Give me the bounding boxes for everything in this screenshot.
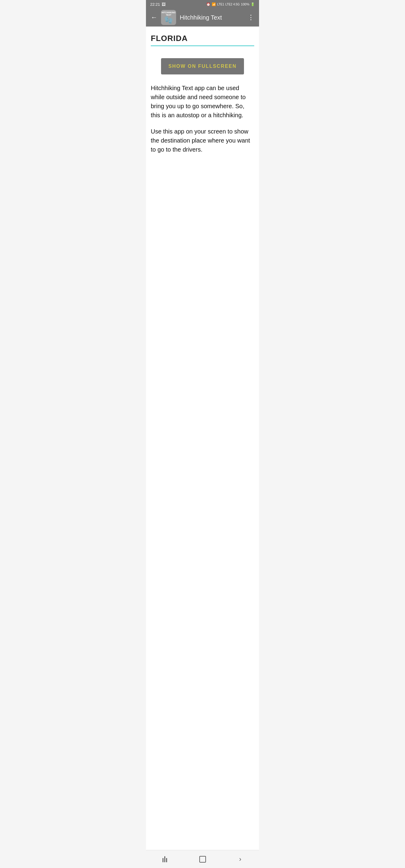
main-content: SHOW ON FULLSCREEN Hitchhiking Text app … — [146, 27, 259, 850]
destination-input[interactable] — [151, 33, 254, 46]
battery-icon: 🔋 — [251, 2, 255, 6]
status-time: 22:21 🖼 — [150, 2, 166, 7]
app-bar: ← HITCHHIKING TEXT 🧤 Hitchhiking Text ⋮ — [146, 8, 259, 27]
signal-lte1: LTE1 — [217, 3, 224, 6]
description-text: Hitchhiking Text app can be used while o… — [151, 84, 254, 161]
status-indicators: ⏰ 📶 LTE1 LTE2 4.5G 100% 🔋 — [206, 2, 255, 6]
show-fullscreen-button[interactable]: SHOW ON FULLSCREEN — [161, 58, 244, 74]
home-button[interactable] — [184, 856, 221, 863]
alarm-icon: ⏰ — [206, 2, 210, 6]
battery-display: 100% — [241, 2, 250, 6]
recent-apps-icon — [163, 856, 167, 862]
app-icon: HITCHHIKING TEXT 🧤 — [161, 10, 176, 25]
destination-input-container — [151, 33, 254, 46]
back-nav-icon: ‹ — [239, 855, 241, 863]
back-button[interactable]: ← — [151, 13, 157, 22]
home-icon — [199, 856, 206, 863]
back-nav-button[interactable]: ‹ — [222, 855, 259, 863]
app-title: Hitchhiking Text — [180, 14, 244, 21]
wifi-icon: 📶 — [212, 2, 216, 6]
description-paragraph-1: Hitchhiking Text app can be used while o… — [151, 84, 254, 120]
recent-apps-button[interactable] — [146, 856, 184, 862]
time-display: 22:21 — [150, 2, 160, 7]
glove-icon: 🧤 — [164, 16, 173, 24]
status-bar: 22:21 🖼 ⏰ 📶 LTE1 LTE2 4.5G 100% 🔋 — [146, 0, 259, 8]
signal-lte2: LTE2 4.5G — [225, 3, 240, 6]
overflow-menu-button[interactable]: ⋮ — [248, 13, 254, 22]
bottom-navigation: ‹ — [146, 850, 259, 868]
description-paragraph-2: Use this app on your screen to show the … — [151, 127, 254, 154]
photo-icon: 🖼 — [162, 2, 166, 7]
